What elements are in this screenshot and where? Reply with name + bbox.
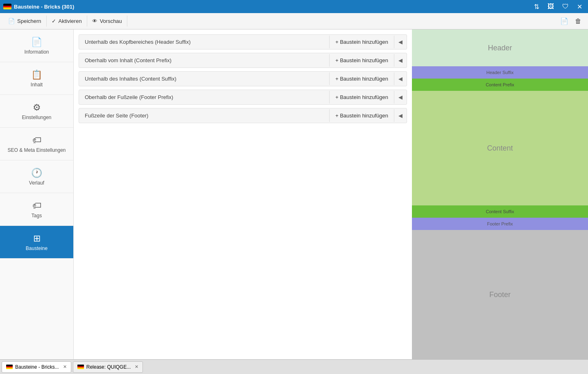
taskbar-tab-release-close[interactable]: ✕ (135, 364, 138, 369)
taskbar: Bausteine - Bricks... ✕ Release: QUIQGE.… (0, 359, 588, 374)
sidebar-item-information[interactable]: 📄 Information (0, 29, 73, 62)
taskbar-tab-bausteine-close[interactable]: ✕ (63, 364, 67, 369)
grid-icon: ⊞ (33, 233, 41, 244)
sidebar-label-information: Information (24, 49, 49, 55)
section-label-footer-prefix: Oberhalb der Fußzeile (Footer Prefix) (79, 90, 329, 104)
sidebar-label-verlauf: Verlauf (29, 180, 44, 186)
add-button-header-suffix[interactable]: + Baustein hinzufügen (329, 36, 394, 48)
activate-label: Aktivieren (59, 18, 82, 24)
preview-content-prefix: Content Prefix (412, 79, 588, 91)
taskbar-tab-release[interactable]: Release: QUIQGE... ✕ (73, 361, 143, 373)
preview-content-suffix: Content Suffix (412, 205, 588, 218)
sidebar-item-verlauf[interactable]: 🕐 Verlauf (0, 160, 73, 193)
content-area: Unterhalb des Kopfbereiches (Header Suff… (74, 29, 412, 359)
sidebar-item-inhalt[interactable]: 📋 Inhalt (0, 62, 73, 95)
section-row-content-suffix: Unterhalb des Inhaltes (Content Suffix)+… (79, 71, 407, 86)
shield-button[interactable]: 🛡 (560, 2, 571, 11)
preview-label: Vorschau (100, 18, 122, 24)
title-bar-left: Bausteine - Bricks (301) (3, 4, 74, 10)
sidebar-item-einstellungen[interactable]: ⚙ Einstellungen (0, 95, 73, 128)
preview-footer-prefix: Footer Prefix (412, 218, 588, 230)
taskbar-flag-2 (77, 365, 84, 369)
sidebar-item-seo[interactable]: 🏷 SEO & Meta Einstellungen (0, 128, 73, 160)
section-label-header-suffix: Unterhalb des Kopfbereiches (Header Suff… (79, 35, 329, 49)
sidebar-label-tags: Tags (32, 213, 42, 219)
preview-footer: Footer (412, 230, 588, 359)
close-button[interactable]: ✕ (574, 2, 585, 11)
preview-header-label: Header (488, 44, 512, 52)
collapse-button-content-prefix[interactable]: ◀ (394, 54, 407, 67)
preview-content: Content (412, 91, 588, 205)
save-button[interactable]: 📄 Speichern (3, 16, 47, 27)
preview-content-suffix-label: Content Suffix (486, 209, 514, 214)
section-label-footer: Fußzeile der Seite (Footer) (79, 108, 329, 123)
save-icon: 📄 (8, 18, 15, 24)
section-row-header-suffix: Unterhalb des Kopfbereiches (Header Suff… (79, 34, 407, 50)
add-button-content-prefix[interactable]: + Baustein hinzufügen (329, 54, 394, 67)
section-label-content-suffix: Unterhalb des Inhaltes (Content Suffix) (79, 72, 329, 86)
clock-icon: 🕐 (31, 168, 42, 178)
page-icon-button[interactable]: 📄 (557, 16, 572, 27)
gear-icon: ⚙ (33, 102, 41, 113)
preview-header-suffix-label: Header Suffix (486, 70, 513, 75)
title-bar: Bausteine - Bricks (301) ⇅ 🖼 🛡 ✕ (0, 0, 588, 13)
section-row-content-prefix: Oberhalb vom Inhalt (Content Prefix)+ Ba… (79, 53, 407, 68)
flag-icon (3, 4, 11, 9)
eye-icon: 👁 (92, 18, 97, 24)
save-label: Speichern (17, 18, 41, 24)
activate-button[interactable]: ✓ Aktivieren (47, 16, 87, 27)
sidebar: 📄 Information 📋 Inhalt ⚙ Einstellungen 🏷… (0, 29, 74, 359)
sidebar-item-tags[interactable]: 🏷 Tags (0, 193, 73, 226)
title-bar-right: ⇅ 🖼 🛡 ✕ (531, 2, 585, 11)
preview-button[interactable]: 👁 Vorschau (87, 16, 127, 27)
taskbar-flag-1 (6, 365, 13, 369)
sidebar-label-inhalt: Inhalt (31, 82, 43, 88)
preview-header-suffix: Header Suffix (412, 66, 588, 79)
content-icon: 📋 (31, 70, 42, 80)
preview-panel: Header Header Suffix Content Prefix Cont… (412, 29, 588, 359)
section-label-content-prefix: Oberhalb vom Inhalt (Content Prefix) (79, 53, 329, 68)
taskbar-tab-bausteine-label: Bausteine - Bricks... (15, 364, 59, 370)
taskbar-tab-bausteine[interactable]: Bausteine - Bricks... ✕ (2, 361, 71, 373)
sidebar-label-bausteine: Bausteine (26, 246, 47, 251)
section-row-footer-prefix: Oberhalb der Fußzeile (Footer Prefix)+ B… (79, 90, 407, 105)
preview-header: Header (412, 29, 588, 66)
sidebar-label-seo: SEO & Meta Einstellungen (7, 147, 66, 153)
collapse-button-header-suffix[interactable]: ◀ (394, 36, 407, 48)
add-button-footer[interactable]: + Baustein hinzufügen (329, 109, 394, 122)
collapse-button-content-suffix[interactable]: ◀ (394, 72, 407, 85)
tag-icon: 🏷 (32, 135, 41, 146)
preview-footer-prefix-label: Footer Prefix (487, 221, 513, 226)
add-button-content-suffix[interactable]: + Baustein hinzufügen (329, 72, 394, 85)
add-button-footer-prefix[interactable]: + Baustein hinzufügen (329, 91, 394, 104)
collapse-button-footer[interactable]: ◀ (394, 109, 407, 122)
preview-content-label: Content (487, 144, 513, 153)
sidebar-label-einstellungen: Einstellungen (22, 115, 51, 120)
preview-footer-label: Footer (489, 291, 511, 299)
sections-container: Unterhalb des Kopfbereiches (Header Suff… (79, 34, 407, 123)
delete-icon-button[interactable]: 🗑 (572, 16, 585, 27)
preview-content-prefix-label: Content Prefix (486, 82, 514, 87)
taskbar-tab-release-label: Release: QUIQGE... (86, 364, 131, 370)
checkmark-icon: ✓ (52, 18, 56, 24)
toolbar: 📄 Speichern ✓ Aktivieren 👁 Vorschau 📄 🗑 (0, 13, 588, 29)
image-button[interactable]: 🖼 (545, 2, 556, 11)
section-row-footer: Fußzeile der Seite (Footer)+ Baustein hi… (79, 108, 407, 123)
file-icon: 📄 (31, 37, 42, 47)
collapse-button-footer-prefix[interactable]: ◀ (394, 91, 407, 104)
swap-button[interactable]: ⇅ (531, 2, 542, 11)
main-layout: 📄 Information 📋 Inhalt ⚙ Einstellungen 🏷… (0, 29, 588, 359)
sidebar-item-bausteine[interactable]: ⊞ Bausteine (0, 226, 73, 259)
tags-icon: 🏷 (32, 201, 41, 211)
window-title: Bausteine - Bricks (301) (14, 4, 74, 10)
